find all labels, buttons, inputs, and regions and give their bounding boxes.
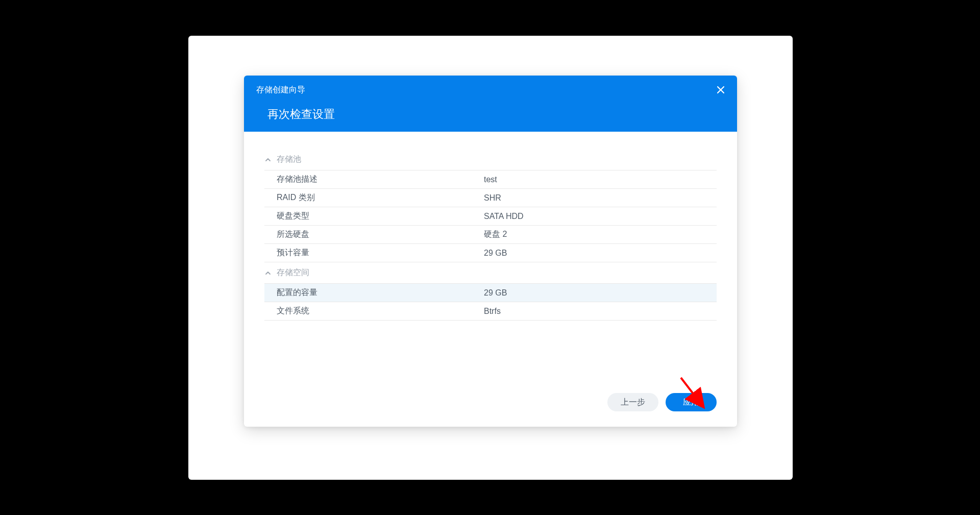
row-label: RAID 类别 bbox=[264, 192, 484, 203]
row-label: 配置的容量 bbox=[264, 287, 484, 298]
chevron-up-icon bbox=[264, 269, 272, 277]
close-icon bbox=[717, 86, 725, 94]
row-value: Btrfs bbox=[484, 307, 717, 316]
row-value: SHR bbox=[484, 193, 717, 203]
chevron-up-icon bbox=[264, 156, 272, 163]
section-title: 存储空间 bbox=[277, 267, 309, 278]
row-alloc-capacity: 配置的容量 29 GB bbox=[264, 284, 717, 302]
row-selected-disk: 所选硬盘 硬盘 2 bbox=[264, 226, 717, 244]
row-label: 存储池描述 bbox=[264, 174, 484, 185]
dialog-subtitle: 再次检查设置 bbox=[267, 107, 725, 122]
row-disk-type: 硬盘类型 SATA HDD bbox=[264, 207, 717, 226]
dialog-title: 存储创建向导 bbox=[256, 85, 725, 95]
dialog-footer: 上一步 应用 bbox=[244, 381, 737, 427]
row-value: 29 GB bbox=[484, 249, 717, 258]
section-header-volume[interactable]: 存储空间 bbox=[264, 262, 717, 284]
apply-button[interactable]: 应用 bbox=[666, 393, 717, 411]
row-label: 所选硬盘 bbox=[264, 229, 484, 240]
row-raid-type: RAID 类别 SHR bbox=[264, 189, 717, 207]
row-filesystem: 文件系统 Btrfs bbox=[264, 302, 717, 321]
row-label: 硬盘类型 bbox=[264, 211, 484, 222]
dialog-header: 存储创建向导 再次检查设置 bbox=[244, 76, 737, 132]
row-value: 29 GB bbox=[484, 288, 717, 298]
dialog-body: 存储池 存储池描述 test RAID 类别 SHR 硬盘类型 SATA HDD… bbox=[244, 132, 737, 381]
section-header-pool[interactable]: 存储池 bbox=[264, 149, 717, 170]
row-est-capacity: 预计容量 29 GB bbox=[264, 244, 717, 262]
row-value: 硬盘 2 bbox=[484, 229, 717, 240]
close-button[interactable] bbox=[715, 84, 727, 96]
row-pool-desc: 存储池描述 test bbox=[264, 170, 717, 189]
row-label: 预计容量 bbox=[264, 248, 484, 258]
storage-wizard-dialog: 存储创建向导 再次检查设置 存储池 存储池描述 test RAID 类别 SHR… bbox=[244, 76, 737, 427]
row-value: test bbox=[484, 175, 717, 184]
back-button[interactable]: 上一步 bbox=[607, 393, 658, 411]
section-title: 存储池 bbox=[277, 154, 301, 165]
row-label: 文件系统 bbox=[264, 306, 484, 316]
row-value: SATA HDD bbox=[484, 212, 717, 221]
